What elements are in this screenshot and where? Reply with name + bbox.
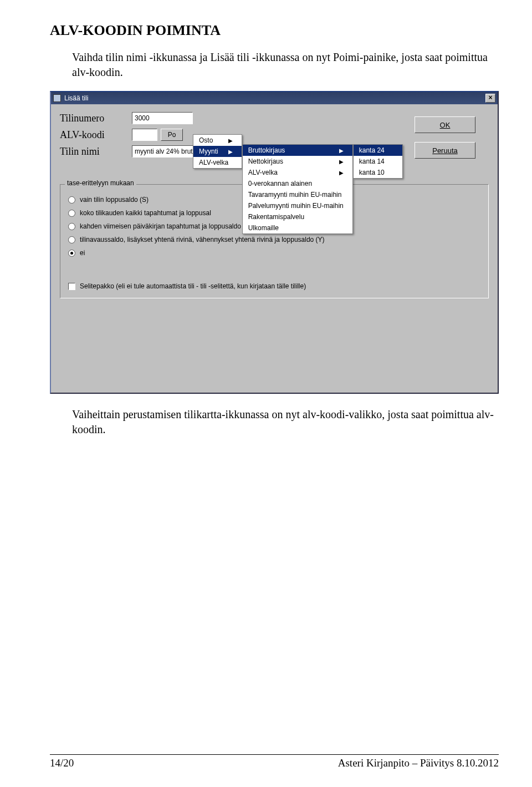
alv-menu2-item[interactable]: Rakentamispalvelu <box>243 211 352 222</box>
alv-menu1-item-label: Osto <box>199 136 213 144</box>
poimi-button[interactable]: Po <box>161 129 183 141</box>
selitepakko-checkbox[interactable] <box>68 283 75 290</box>
dialog-lisaa-tili: Lisää tili × OK Peruuta Tilinumero 3000 … <box>50 91 499 394</box>
alv-menu1-item-label: Myynti <box>199 148 218 155</box>
radio-icon[interactable] <box>68 196 75 204</box>
alv-menu2-item-label: Tavaramyynti muihin EU-maihin <box>248 191 342 199</box>
alv-menu1-item-label: ALV-velka <box>199 159 228 166</box>
tilinumero-input[interactable]: 3000 <box>132 112 193 124</box>
alvkoodi-input[interactable] <box>132 129 157 141</box>
tase-option-label: tilinavaussaldo, lisäykset yhtenä rivinä… <box>80 236 325 243</box>
alv-menu2-item-label: 0-verokannan alainen <box>248 180 312 187</box>
alv-menu1-item[interactable]: Myynti▶ <box>193 146 242 157</box>
selitepakko-label: Selitepakko (eli ei tule automaattista t… <box>80 282 306 290</box>
tase-option-label: ei <box>80 249 85 257</box>
dialog-titlebar: Lisää tili × <box>51 92 498 104</box>
alv-menu3-item-label: kanta 14 <box>359 158 385 165</box>
chevron-right-icon: ▶ <box>228 138 233 144</box>
label-tilinumero: Tilinumero <box>60 113 132 124</box>
radio-icon[interactable] <box>68 210 75 217</box>
alv-menu2-item[interactable]: Tavaramyynti muihin EU-maihin <box>243 189 352 200</box>
alv-menu3-item-label: kanta 24 <box>359 146 385 154</box>
chevron-right-icon: ▶ <box>339 170 344 176</box>
window-icon <box>53 94 61 102</box>
close-icon[interactable]: × <box>485 94 495 103</box>
alv-menu3-item[interactable]: kanta 24 <box>354 145 402 156</box>
page-footer: 14/20 Asteri Kirjanpito – Päivitys 8.10.… <box>0 754 532 769</box>
alv-menu2-item[interactable]: ALV-velka▶ <box>243 167 352 178</box>
alv-menu-level2[interactable]: Bruttokirjaus▶Nettokirjaus▶ALV-velka▶0-v… <box>242 144 353 234</box>
intro-paragraph: Vaihda tilin nimi -ikkunassa ja Lisää ti… <box>72 50 499 80</box>
ok-button[interactable]: OK <box>415 116 475 133</box>
alv-menu2-item[interactable]: Ulkomaille <box>243 222 352 233</box>
alv-menu2-item-label: Nettokirjaus <box>248 158 283 165</box>
alv-menu-cascade: Osto▶Myynti▶ALV-velka Bruttokirjaus▶Nett… <box>193 134 403 234</box>
chevron-right-icon: ▶ <box>339 159 344 165</box>
alv-menu3-item[interactable]: kanta 14 <box>354 156 402 167</box>
tase-option[interactable]: tilinavaussaldo, lisäykset yhtenä rivinä… <box>68 236 480 243</box>
selitepakko-row[interactable]: Selitepakko (eli ei tule automaattista t… <box>68 282 480 290</box>
tase-option-label: vain tilin loppusaldo (S) <box>80 196 149 204</box>
alv-menu-level1[interactable]: Osto▶Myynti▶ALV-velka <box>193 134 242 169</box>
alv-menu2-item[interactable]: Nettokirjaus▶ <box>243 156 352 167</box>
alv-menu3-item-label: kanta 10 <box>359 169 385 176</box>
alv-menu-level3[interactable]: kanta 24kanta 14kanta 10 <box>353 144 403 179</box>
peruuta-button[interactable]: Peruuta <box>415 142 475 159</box>
dialog-title: Lisää tili <box>64 94 88 102</box>
label-tilinnimi: Tilin nimi <box>60 146 132 158</box>
chevron-right-icon: ▶ <box>339 148 344 154</box>
alv-menu2-item[interactable]: Bruttokirjaus▶ <box>243 145 352 156</box>
alv-menu1-item[interactable]: ALV-velka <box>193 157 242 168</box>
alv-menu2-item-label: Palvelumyynti muihin EU-maihin <box>248 202 344 210</box>
alv-menu2-item-label: ALV-velka <box>248 169 278 176</box>
alv-menu2-item[interactable]: 0-verokannan alainen <box>243 178 352 189</box>
label-alvkoodi: ALV-koodi <box>60 129 132 141</box>
groupbox-title: tase-erittelyyn mukaan <box>65 179 136 187</box>
tase-option[interactable]: ei <box>68 249 480 257</box>
alv-menu1-item[interactable]: Osto▶ <box>193 135 242 146</box>
alv-menu2-item[interactable]: Palvelumyynti muihin EU-maihin <box>243 200 352 211</box>
doc-title: ALV-KOODIN POIMINTA <box>50 22 499 39</box>
alv-menu2-item-label: Bruttokirjaus <box>248 146 285 154</box>
after-paragraph: Vaiheittain perustamisen tilikartta-ikku… <box>72 407 499 437</box>
alv-menu2-item-label: Rakentamispalvelu <box>248 213 304 221</box>
footer-product-date: Asteri Kirjanpito – Päivitys 8.10.2012 <box>338 757 499 769</box>
tase-option-label: koko tilikauden kaikki tapahtumat ja lop… <box>80 209 211 217</box>
footer-page-number: 14/20 <box>50 757 74 769</box>
chevron-right-icon: ▶ <box>228 149 233 155</box>
radio-icon[interactable] <box>68 236 75 243</box>
radio-icon[interactable] <box>68 250 75 257</box>
alv-menu2-item-label: Ulkomaille <box>248 224 279 232</box>
radio-icon[interactable] <box>68 223 75 230</box>
alv-menu3-item[interactable]: kanta 10 <box>354 167 402 178</box>
